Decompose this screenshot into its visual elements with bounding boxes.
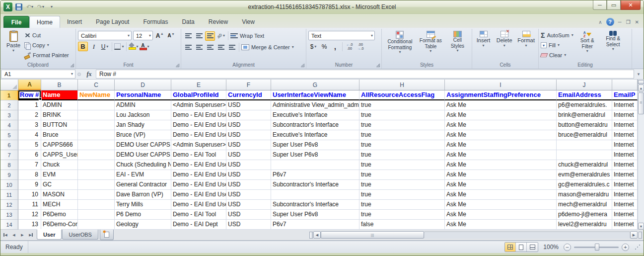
cut-button[interactable]: Cut bbox=[24, 30, 69, 40]
orientation-button[interactable]: ab▾ bbox=[216, 31, 226, 41]
format-as-table-button[interactable]: Format as Table▾ bbox=[417, 29, 444, 61]
undo-button[interactable]: ↶▾ bbox=[25, 2, 34, 11]
cell[interactable]: AllResourceAccessFlag bbox=[359, 90, 445, 100]
cell[interactable]: USD bbox=[226, 190, 271, 200]
row-header-2[interactable]: 2 bbox=[0, 100, 18, 110]
vertical-scroll-thumb[interactable] bbox=[638, 92, 644, 114]
fill-color-button[interactable]: ▾ bbox=[129, 42, 139, 51]
insert-worksheet-tab[interactable] bbox=[100, 230, 114, 240]
bold-button[interactable]: B bbox=[78, 42, 88, 51]
cell[interactable]: USD bbox=[226, 180, 271, 190]
row-header-14[interactable]: 14 bbox=[0, 220, 18, 230]
cell[interactable]: USD bbox=[226, 170, 271, 180]
sort-filter-button[interactable]: AZ Sort & Filter▾ bbox=[575, 29, 599, 61]
next-sheet-icon[interactable]: ▶ bbox=[18, 231, 26, 239]
cell[interactable]: Ask Me bbox=[445, 140, 557, 150]
cell[interactable]: Ask Me bbox=[445, 160, 557, 170]
fill-button[interactable]: ▼Fill▾ bbox=[541, 40, 573, 50]
cell[interactable]: 3 bbox=[18, 120, 41, 130]
cell[interactable]: Internet bbox=[612, 100, 638, 110]
cell[interactable]: Super User P6v8 bbox=[271, 140, 359, 150]
tab-review[interactable]: Review bbox=[202, 16, 235, 28]
cell[interactable]: Internet bbox=[612, 160, 638, 170]
tab-insert[interactable]: Insert bbox=[60, 16, 89, 28]
number-format-combo[interactable]: Text▾ bbox=[308, 31, 375, 40]
cell[interactable]: Bruce (VP) bbox=[115, 130, 171, 140]
conditional-formatting-button[interactable]: Conditional Formatting▾ bbox=[384, 29, 416, 61]
top-align-button[interactable] bbox=[183, 31, 193, 41]
sheet-tab-userobs[interactable]: UserOBS bbox=[62, 230, 98, 240]
cell[interactable]: UserInterfaceViewName bbox=[271, 90, 359, 100]
cell[interactable]: Lou Jackson bbox=[115, 110, 171, 120]
cell[interactable] bbox=[78, 170, 115, 180]
cell[interactable]: Administrative View_admin_admi bbox=[271, 100, 359, 110]
collapse-ribbon-icon[interactable]: ∧ bbox=[598, 19, 602, 25]
cell[interactable]: Dave Barron (VP) bbox=[115, 190, 171, 200]
excel-logo-icon[interactable]: X bbox=[3, 2, 12, 11]
cell[interactable]: PersonalName bbox=[115, 90, 171, 100]
cell[interactable]: Chuck bbox=[41, 160, 78, 170]
borders-button[interactable]: ▾ bbox=[114, 42, 124, 51]
cell[interactable] bbox=[78, 180, 115, 190]
tab-home[interactable]: Home bbox=[29, 16, 60, 28]
cell[interactable] bbox=[557, 150, 612, 160]
cell[interactable] bbox=[78, 130, 115, 140]
cell[interactable]: <Admin Superuser> bbox=[171, 140, 226, 150]
font-size-combo[interactable]: 12▾ bbox=[133, 31, 153, 40]
find-select-button[interactable]: Find & Select▾ bbox=[601, 29, 625, 61]
cell[interactable]: Internet bbox=[612, 200, 638, 210]
expand-formula-bar-icon[interactable]: ▾ bbox=[634, 70, 643, 79]
tab-page-layout[interactable]: Page Layout bbox=[89, 16, 136, 28]
cell[interactable]: true bbox=[359, 120, 445, 130]
horizontal-scroll-thumb[interactable] bbox=[321, 231, 424, 239]
cell[interactable]: true bbox=[359, 140, 445, 150]
cell[interactable]: P6 Demo bbox=[115, 210, 171, 220]
workbook-minimize-icon[interactable]: ─ bbox=[618, 19, 622, 25]
cell[interactable]: Demo - EAI End User bbox=[171, 110, 226, 120]
cell[interactable] bbox=[78, 190, 115, 200]
percent-style-button[interactable]: % bbox=[319, 42, 329, 51]
decrease-indent-button[interactable] bbox=[216, 43, 226, 52]
cell[interactable]: Row # bbox=[18, 90, 41, 100]
cell[interactable]: Ask Me bbox=[445, 170, 557, 180]
cell[interactable]: Internet bbox=[612, 180, 638, 190]
cell[interactable]: Internet bbox=[612, 110, 638, 120]
cell[interactable]: AssignmentStaffingPreference bbox=[445, 90, 557, 100]
name-box[interactable]: A1▾ bbox=[1, 70, 75, 79]
cell[interactable] bbox=[78, 200, 115, 210]
cell[interactable] bbox=[78, 120, 115, 130]
increase-indent-button[interactable] bbox=[227, 43, 237, 52]
tab-data[interactable]: Data bbox=[175, 16, 201, 28]
scroll-up-icon[interactable]: ▲ bbox=[638, 85, 644, 91]
cell[interactable]: USD bbox=[226, 120, 271, 130]
cell[interactable]: p6@emeraldrules. bbox=[557, 100, 612, 110]
cell[interactable]: Ask Me bbox=[445, 130, 557, 140]
previous-sheet-icon[interactable]: ◀ bbox=[10, 231, 18, 239]
cell[interactable]: 8 bbox=[18, 170, 41, 180]
cell[interactable]: true bbox=[359, 100, 445, 110]
cell[interactable]: USD bbox=[226, 200, 271, 210]
resize-grip[interactable] bbox=[634, 244, 641, 251]
cell[interactable]: Ask Me bbox=[445, 120, 557, 130]
tab-formulas[interactable]: Formulas bbox=[136, 16, 175, 28]
cell[interactable] bbox=[78, 100, 115, 110]
cell[interactable] bbox=[557, 140, 612, 150]
cell[interactable]: Executive's Interface bbox=[271, 110, 359, 120]
cell[interactable]: MASON bbox=[41, 190, 78, 200]
vertical-scrollbar[interactable]: ▲ ▼ bbox=[638, 80, 644, 230]
delete-cells-button[interactable]: ✕ Delete▾ bbox=[495, 29, 514, 61]
normal-view-button[interactable] bbox=[505, 243, 516, 252]
align-right-button[interactable] bbox=[205, 43, 215, 52]
scroll-right-icon[interactable]: ▶ bbox=[630, 231, 638, 239]
formula-input[interactable]: Row # bbox=[96, 70, 634, 79]
cell[interactable]: Bruce bbox=[41, 130, 78, 140]
cell[interactable] bbox=[78, 140, 115, 150]
align-center-button[interactable] bbox=[194, 43, 204, 52]
cell[interactable]: Executive's Interface bbox=[271, 130, 359, 140]
row-header-3[interactable]: 3 bbox=[0, 110, 18, 120]
cell[interactable]: level2@emeraldru bbox=[557, 220, 612, 230]
cell[interactable]: USD bbox=[226, 140, 271, 150]
column-header-J[interactable]: J bbox=[557, 80, 612, 90]
cell[interactable]: Demo - EAI End User bbox=[171, 180, 226, 190]
cell[interactable]: USD bbox=[226, 130, 271, 140]
